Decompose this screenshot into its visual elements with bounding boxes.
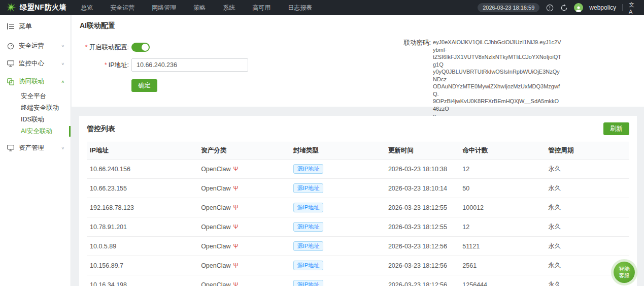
cell-period: 永久: [545, 160, 629, 179]
smart-support-line1: 智能: [619, 266, 630, 272]
monitor-icon: [7, 145, 14, 152]
monitor-icon: [7, 60, 14, 68]
table-header-row: IP地址 资产分类 封堵类型 更新时间 命中计数 管控周期: [87, 142, 629, 160]
nav-item[interactable]: 策略: [193, 4, 206, 12]
sidebar-item-label: 资产管理: [19, 144, 44, 152]
main-content: AI联动配置 *开启联动配置: *IP地址: 确定 联动密码: eyJ0eXAi…: [72, 15, 644, 286]
chevron-up-icon: ∧: [61, 80, 64, 84]
cell-period: 永久: [545, 217, 629, 237]
asset-name: OpenClaw: [201, 204, 230, 211]
nav-divider: [622, 4, 623, 11]
table-row: 10.66.240.156 OpenClawΨ 源IP地址 2026-03-23…: [87, 160, 629, 179]
cell-ip: 192.168.78.123: [87, 198, 198, 217]
toggle-label: *开启联动配置:: [80, 43, 129, 52]
source-ip-tag[interactable]: 源IP地址: [293, 183, 323, 193]
cell-asset: OpenClawΨ: [198, 275, 290, 286]
cell-block-type: 源IP地址: [290, 198, 385, 217]
language-switch-icon[interactable]: 文A: [629, 4, 637, 12]
asset-name: OpenClaw: [201, 166, 230, 173]
refresh-button[interactable]: 刷新: [603, 122, 629, 135]
confirm-button[interactable]: 确定: [131, 79, 157, 92]
source-ip-tag[interactable]: 源IP地址: [293, 280, 323, 286]
sidebar-item-asset-mgmt[interactable]: 资产管理 ∨: [0, 139, 71, 157]
info-icon[interactable]: [546, 4, 554, 12]
table-row: 10.0.5.89 OpenClawΨ 源IP地址 2026-03-23 18:…: [87, 237, 629, 256]
cell-period: 永久: [545, 179, 629, 198]
claw-icon: Ψ: [233, 204, 239, 211]
sidebar-subitem-ids-linkage[interactable]: IDS联动: [0, 114, 71, 125]
config-section-title: AI联动配置: [80, 21, 636, 30]
gauge-icon: [7, 43, 14, 50]
user-avatar[interactable]: [574, 3, 583, 12]
linkage-icon: [7, 78, 14, 85]
control-table: IP地址 资产分类 封堵类型 更新时间 命中计数 管控周期 10.66.240.…: [87, 142, 629, 286]
table-row: 10.66.23.155 OpenClawΨ 源IP地址 2026-03-23 …: [87, 179, 629, 198]
cell-hits: 12: [459, 217, 545, 237]
cell-block-type: 源IP地址: [290, 160, 385, 179]
sidebar-subitem-endpoint-linkage[interactable]: 终端安全联动: [0, 102, 71, 114]
source-ip-tag[interactable]: 源IP地址: [293, 203, 323, 212]
menu-fold-icon: [7, 23, 14, 30]
table-row: 192.168.78.123 OpenClawΨ 源IP地址 2026-03-2…: [87, 198, 629, 217]
col-header-hits: 命中计数: [459, 142, 545, 160]
token-line: y0yQ0JBLUVBRTUtRkIwOSIsInRpbWUiOjE3NzQyN…: [433, 68, 562, 83]
col-header-block-type: 封堵类型: [290, 142, 385, 160]
nav-item[interactable]: 高可用: [252, 4, 270, 12]
table-body: 10.66.240.156 OpenClawΨ 源IP地址 2026-03-23…: [87, 160, 629, 286]
token-label: 联动密码:: [400, 39, 431, 120]
claw-icon: Ψ: [233, 166, 239, 173]
cell-block-type: 源IP地址: [290, 237, 385, 256]
token-line: tZSI6IkFJX1VUTV8xNzlxNTkyMTliLCJoYXNoIjo…: [433, 53, 562, 68]
claw-icon: Ψ: [233, 243, 239, 250]
brand: 绿盟NF防火墙: [0, 3, 74, 13]
source-ip-tag[interactable]: 源IP地址: [293, 241, 323, 251]
sidebar-menu-toggle[interactable]: 菜单: [0, 15, 71, 37]
nav-item[interactable]: 安全运营: [110, 4, 134, 12]
sidebar-item-security-ops[interactable]: 安全运营 ∨: [0, 37, 71, 55]
toggle-knob: [142, 44, 149, 51]
token-row: 联动密码: eyJ0eXAiOiJKV1QiLCJhbGciOiJIUzI1Ni…: [400, 39, 568, 120]
col-header-ip: IP地址: [87, 142, 198, 160]
smart-support-floating-button[interactable]: 智能 客服: [614, 262, 635, 283]
ip-address-input[interactable]: [131, 58, 248, 72]
nav-item[interactable]: 系统: [223, 4, 235, 12]
cell-ip: 10.16.34.198: [87, 275, 198, 286]
cell-hits: 12: [459, 160, 545, 179]
col-header-updated: 更新时间: [385, 142, 459, 160]
sidebar-subitem-label: AI安全联动: [21, 127, 52, 136]
col-header-asset: 资产分类: [198, 142, 290, 160]
cell-updated: 2026-03-23 18:12:55: [385, 217, 459, 237]
sidebar-item-label: 安全运营: [19, 42, 44, 50]
linkage-toggle[interactable]: [131, 43, 150, 52]
sidebar-subitem-security-platform[interactable]: 安全平台: [0, 90, 71, 102]
cell-updated: 2026-03-23 18:10:38: [385, 160, 459, 179]
claw-icon: Ψ: [233, 185, 239, 192]
sidebar-submenu: 安全平台 终端安全联动 IDS联动 AI安全联动: [0, 90, 71, 137]
source-ip-tag[interactable]: 源IP地址: [293, 261, 323, 270]
col-header-period: 管控周期: [545, 142, 629, 160]
sidebar-item-monitor-center[interactable]: 监控中心 ∨: [0, 55, 71, 73]
sidebar-menu-label: 菜单: [19, 22, 32, 31]
linkage-token-value: eyJ0eXAiOiJKV1QiLCJhbGciOiJIUzI1NiJ9.eyJ…: [433, 39, 562, 120]
cell-hits: 50: [459, 179, 545, 198]
cell-ip: 10.0.5.89: [87, 237, 198, 256]
cell-period: 永久: [545, 198, 629, 217]
sidebar-subitem-ai-security-linkage[interactable]: AI安全联动: [0, 125, 71, 137]
cell-hits: 100012: [459, 198, 545, 217]
cell-updated: 2026-03-23 18:12:56: [385, 275, 459, 286]
source-ip-tag[interactable]: 源IP地址: [293, 222, 323, 232]
nav-item[interactable]: 总览: [81, 4, 93, 12]
claw-icon: Ψ: [233, 224, 239, 231]
refresh-icon[interactable]: [560, 4, 568, 12]
username[interactable]: webpolicy: [589, 4, 616, 11]
source-ip-tag[interactable]: 源IP地址: [293, 164, 323, 174]
sidebar-item-collab-linkage[interactable]: 协同联动 ∧: [0, 73, 71, 90]
nav-item[interactable]: 网络管理: [152, 4, 176, 12]
cell-asset: OpenClawΨ: [198, 256, 290, 275]
cell-updated: 2026-03-23 18:12:56: [385, 256, 459, 275]
cell-ip: 10.156.89.7: [87, 256, 198, 275]
nav-item[interactable]: 日志报表: [288, 4, 312, 12]
sidebar-item-label: 协同联动: [19, 77, 44, 86]
token-line: eyJ0eXAiOiJKV1QiLCJhbGciOiJIUzI1NiJ9.eyJ…: [433, 39, 562, 53]
cell-period: 永久: [545, 237, 629, 256]
